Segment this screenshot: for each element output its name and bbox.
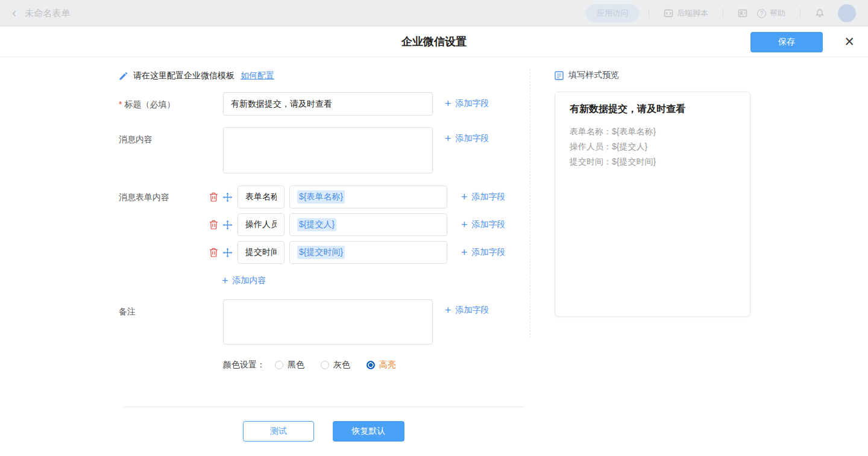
footer-divider: [124, 407, 524, 407]
add-field-label: 添加字段: [472, 192, 506, 202]
plus-icon: +: [461, 247, 468, 258]
backend-script-button[interactable]: 后端脚本: [664, 8, 708, 19]
move-row-handle[interactable]: [218, 248, 233, 258]
preview-header-label: 填写样式预览: [568, 70, 619, 81]
restore-default-button[interactable]: 恢复默认: [333, 421, 404, 442]
radio-option-gray[interactable]: 灰色: [321, 360, 350, 370]
add-field-button-row[interactable]: +添加字段: [461, 192, 506, 202]
radio-label: 灰色: [333, 360, 350, 370]
color-setting-row: 颜色设置： 黑色 灰色 高亮: [223, 360, 396, 370]
pencil-icon: [119, 72, 128, 81]
add-field-button-row[interactable]: +添加字段: [461, 219, 506, 230]
form-content-row: ${提交时间} +添加字段: [209, 241, 506, 264]
document-icon: [555, 71, 564, 80]
notifications-button[interactable]: [815, 8, 825, 18]
title-input[interactable]: [223, 92, 433, 116]
radio-option-highlight[interactable]: 高亮: [366, 360, 396, 370]
field-token: ${提交人}: [297, 218, 336, 231]
backend-script-label: 后端脚本: [677, 8, 708, 19]
add-field-label: 添加字段: [472, 247, 506, 258]
close-icon[interactable]: ×: [844, 27, 854, 57]
config-hint-row: 请在这里配置企业微信模板 如何配置: [119, 70, 274, 81]
preview-line: 操作人员：${提交人}: [570, 139, 735, 154]
panel-divider: [530, 69, 530, 338]
help-icon: ?: [757, 9, 766, 18]
add-field-button-title[interactable]: +添加字段: [445, 98, 489, 109]
preview-line: 提交时间：${提交时间}: [570, 154, 735, 169]
add-field-label: 添加字段: [472, 219, 506, 230]
delete-row-button[interactable]: [209, 192, 218, 202]
app-access-button[interactable]: 应用访问: [586, 4, 639, 22]
row-name-input[interactable]: [237, 213, 285, 236]
message-content-textarea[interactable]: [223, 127, 433, 173]
form-content-row: ${提交人} +添加字段: [209, 213, 506, 236]
row-token-input[interactable]: ${提交时间}: [289, 241, 447, 264]
form-title: 未命名表单: [25, 8, 70, 19]
row-token-input[interactable]: ${提交人}: [289, 213, 447, 236]
plus-icon: +: [445, 305, 451, 316]
trash-icon: [209, 192, 218, 202]
trash-icon: [209, 248, 218, 257]
how-to-configure-link[interactable]: 如何配置: [241, 70, 274, 81]
bell-icon: [815, 8, 825, 18]
move-row-handle[interactable]: [218, 192, 233, 202]
move-icon: [222, 192, 233, 202]
remark-textarea[interactable]: [223, 299, 433, 345]
back-icon[interactable]: ‹: [12, 7, 16, 19]
add-field-button-row[interactable]: +添加字段: [461, 247, 506, 258]
preview-card-title: 有新数据提交，请及时查看: [570, 103, 735, 116]
preview-card: 有新数据提交，请及时查看 表单名称：${表单名称} 操作人员：${提交人} 提交…: [555, 92, 750, 317]
radio-selected-icon: [366, 361, 375, 369]
contact-card-icon: [738, 8, 747, 18]
title-field-label: *标题（必填）: [119, 99, 175, 110]
add-content-label: 添加内容: [233, 275, 266, 286]
add-field-label: 添加字段: [456, 133, 489, 144]
add-field-button-remark[interactable]: +添加字段: [445, 305, 489, 316]
topbar-divider: [800, 8, 800, 18]
field-token: ${提交时间}: [297, 246, 345, 259]
plus-icon: +: [461, 192, 468, 202]
radio-icon: [321, 361, 329, 369]
plus-icon: +: [222, 275, 228, 286]
move-row-handle[interactable]: [218, 220, 233, 230]
add-field-button-message[interactable]: +添加字段: [445, 133, 489, 144]
radio-option-black[interactable]: 黑色: [275, 360, 304, 370]
contact-card-button[interactable]: [738, 8, 747, 18]
row-token-input[interactable]: ${表单名称}: [289, 186, 447, 208]
row-name-input[interactable]: [237, 241, 285, 264]
move-icon: [222, 248, 233, 258]
avatar[interactable]: [838, 4, 856, 22]
script-icon: [664, 8, 673, 18]
move-icon: [222, 220, 233, 230]
trash-icon: [209, 220, 218, 230]
form-content-label: 消息表单内容: [119, 192, 169, 203]
delete-row-button[interactable]: [209, 248, 218, 257]
wechat-settings-modal: 企业微信设置 保存 × 请在这里配置企业微信模板 如何配置 *标题（必填） +添…: [0, 27, 868, 456]
modal-title: 企业微信设置: [0, 27, 868, 57]
radio-label: 黑色: [288, 360, 304, 370]
modal-header: 企业微信设置 保存 ×: [0, 27, 868, 57]
preview-line: 表单名称：${表单名称}: [570, 124, 735, 139]
plus-icon: +: [445, 98, 451, 109]
form-content-row: ${表单名称} +添加字段: [209, 186, 506, 208]
add-field-label: 添加字段: [456, 305, 489, 316]
title-label-text: 标题（必填）: [124, 99, 175, 109]
topbar-divider: [723, 8, 723, 18]
test-button[interactable]: 测试: [243, 421, 314, 442]
config-hint-text: 请在这里配置企业微信模板: [133, 70, 234, 81]
add-content-button[interactable]: +添加内容: [222, 275, 266, 286]
delete-row-button[interactable]: [209, 220, 218, 230]
color-setting-label: 颜色设置：: [223, 360, 265, 370]
required-mark: *: [119, 99, 122, 109]
message-content-label: 消息内容: [119, 134, 153, 145]
radio-icon: [275, 361, 283, 369]
save-button[interactable]: 保存: [750, 32, 823, 52]
preview-header: 填写样式预览: [555, 70, 619, 81]
remark-label: 备注: [119, 307, 136, 317]
row-name-input[interactable]: [237, 186, 285, 208]
help-button[interactable]: ? 帮助: [757, 8, 785, 19]
radio-label: 高亮: [379, 360, 396, 370]
topbar: ‹ 未命名表单 应用访问 后端脚本 ? 帮助: [0, 0, 868, 27]
field-token: ${表单名称}: [297, 190, 345, 204]
topbar-divider: [649, 8, 649, 18]
